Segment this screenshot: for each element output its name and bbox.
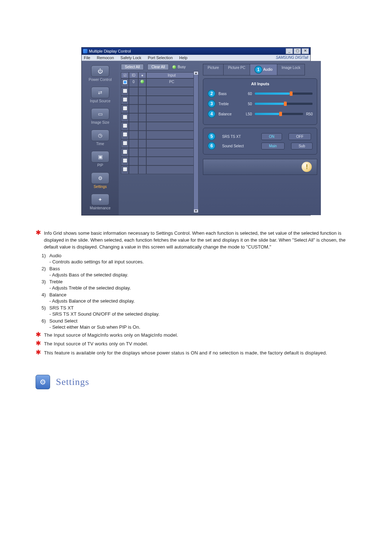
row-id bbox=[129, 131, 138, 139]
treble-slider[interactable] bbox=[255, 103, 313, 105]
row-status bbox=[138, 122, 146, 131]
srs-on-button[interactable]: ON bbox=[261, 133, 282, 140]
srs-row: 5 SRS TS XT ON OFF bbox=[208, 132, 313, 140]
row-checkbox[interactable] bbox=[123, 89, 127, 93]
row-id: 0 bbox=[129, 78, 138, 87]
maintenance-icon: ✦ bbox=[91, 194, 109, 205]
bass-row: 2 Bass 60 bbox=[208, 90, 313, 98]
sidebar-item-label: Input Source bbox=[83, 99, 117, 103]
grid-header-check[interactable]: ☑ bbox=[121, 72, 129, 78]
settings-panel: Picture Picture PC 1 Audio Image Lock Al… bbox=[199, 61, 321, 215]
row-status bbox=[138, 87, 146, 96]
star-icon: ✱ bbox=[36, 350, 41, 357]
row-checkbox[interactable] bbox=[123, 167, 127, 172]
table-row[interactable] bbox=[121, 122, 197, 131]
maximize-button[interactable]: ▢ bbox=[294, 48, 301, 54]
table-row[interactable] bbox=[121, 113, 197, 122]
row-status bbox=[138, 148, 146, 157]
table-row[interactable] bbox=[121, 157, 197, 165]
sound-select-sub-button[interactable]: Sub bbox=[291, 143, 313, 149]
row-id bbox=[129, 122, 138, 131]
row-id bbox=[129, 157, 138, 165]
power-icon: ⏻ bbox=[91, 65, 109, 77]
row-checkbox[interactable] bbox=[123, 149, 127, 154]
table-row[interactable]: 0PC bbox=[121, 78, 197, 87]
sidebar: ⏻ Power Control ⇄ Input Source ▭ Image S… bbox=[82, 61, 119, 215]
grid-header-status: ● bbox=[138, 72, 146, 78]
menu-remocon[interactable]: Remocon bbox=[97, 56, 114, 60]
sidebar-item-image-size[interactable]: ▭ Image Size bbox=[83, 107, 117, 127]
sidebar-item-settings[interactable]: ⚙ Settings bbox=[83, 171, 117, 191]
row-checkbox[interactable] bbox=[123, 115, 127, 119]
sidebar-item-input-source[interactable]: ⇄ Input Source bbox=[83, 85, 117, 105]
close-button[interactable]: ✕ bbox=[302, 48, 309, 54]
callout-6: 6 bbox=[208, 142, 216, 150]
table-row[interactable] bbox=[121, 165, 197, 174]
tab-picture-pc[interactable]: Picture PC bbox=[223, 64, 250, 75]
row-input bbox=[146, 122, 197, 131]
treble-label: Treble bbox=[219, 102, 239, 106]
row-checkbox[interactable] bbox=[123, 132, 127, 137]
table-row[interactable] bbox=[121, 148, 197, 157]
sidebar-item-power-control[interactable]: ⏻ Power Control bbox=[83, 64, 117, 84]
minimize-button[interactable]: _ bbox=[286, 48, 293, 54]
status-dot-icon bbox=[140, 80, 144, 83]
audio-options: 5 SRS TS XT ON OFF 6 Sound Select Main S… bbox=[203, 128, 317, 155]
menu-help[interactable]: Help bbox=[179, 56, 188, 60]
note-power: ✱ This feature is available only for the… bbox=[36, 350, 356, 357]
sidebar-item-label: Maintenance bbox=[83, 206, 117, 210]
tab-image-lock[interactable]: Image Lock bbox=[277, 64, 305, 75]
menu-port-selection[interactable]: Port Selection bbox=[148, 56, 172, 60]
busy-dot-icon bbox=[172, 65, 176, 69]
row-checkbox[interactable] bbox=[123, 80, 127, 85]
row-id bbox=[129, 104, 138, 113]
row-checkbox[interactable] bbox=[123, 158, 127, 163]
audio-panel-title: All Inputs bbox=[208, 82, 313, 86]
menu-file[interactable]: File bbox=[84, 56, 90, 60]
table-row[interactable] bbox=[121, 131, 197, 139]
select-all-button[interactable]: Select All bbox=[121, 64, 144, 70]
sidebar-item-pip[interactable]: ▣ PIP bbox=[83, 149, 117, 169]
balance-left: L50 bbox=[242, 112, 252, 116]
note-magicinfo: ✱ The Input source of MagicInfo works on… bbox=[36, 332, 356, 339]
image-size-icon: ▭ bbox=[91, 108, 109, 120]
star-icon: ✱ bbox=[36, 341, 41, 348]
row-checkbox[interactable] bbox=[123, 97, 127, 102]
menu-safety-lock[interactable]: Safety Lock bbox=[121, 56, 141, 60]
grid-header: ☑ ID ● Input bbox=[121, 72, 197, 78]
srs-off-button[interactable]: OFF bbox=[289, 133, 311, 140]
row-checkbox[interactable] bbox=[123, 123, 127, 128]
row-input bbox=[146, 157, 197, 165]
sidebar-item-label: Settings bbox=[83, 185, 117, 189]
row-status bbox=[138, 78, 146, 87]
pip-icon: ▣ bbox=[91, 151, 109, 163]
row-id bbox=[129, 113, 138, 122]
table-row[interactable] bbox=[121, 96, 197, 104]
row-input bbox=[146, 113, 197, 122]
row-checkbox[interactable] bbox=[123, 106, 127, 111]
settings-tabs: Picture Picture PC 1 Audio Image Lock bbox=[203, 64, 317, 75]
grid-scrollbar[interactable] bbox=[193, 71, 199, 213]
bass-slider[interactable] bbox=[255, 93, 313, 95]
tab-audio[interactable]: 1 Audio bbox=[250, 64, 277, 75]
table-row[interactable] bbox=[121, 104, 197, 113]
sound-select-label: Sound Select bbox=[222, 144, 255, 148]
status-bar: ! bbox=[203, 159, 317, 175]
balance-right: R50 bbox=[306, 112, 313, 116]
warning-icon: ! bbox=[302, 162, 312, 172]
intro-note: ✱ Info Grid shows some basic information… bbox=[36, 230, 356, 251]
table-row[interactable] bbox=[121, 87, 197, 96]
sound-select-main-button[interactable]: Main bbox=[261, 143, 285, 149]
audio-panel: All Inputs 2 Bass 60 3 Treble 50 bbox=[203, 78, 317, 125]
row-status bbox=[138, 165, 146, 174]
balance-slider[interactable] bbox=[255, 113, 303, 115]
settings-heading: ⚙ Settings bbox=[36, 375, 356, 389]
sidebar-item-time[interactable]: ◷ Time bbox=[83, 128, 117, 148]
sidebar-item-maintenance[interactable]: ✦ Maintenance bbox=[83, 192, 117, 212]
row-status bbox=[138, 157, 146, 165]
list-item: 2)Bass bbox=[39, 266, 356, 271]
clear-all-button[interactable]: Clear All bbox=[147, 64, 169, 70]
tab-picture[interactable]: Picture bbox=[203, 64, 224, 75]
table-row[interactable] bbox=[121, 139, 197, 148]
row-checkbox[interactable] bbox=[123, 141, 127, 145]
